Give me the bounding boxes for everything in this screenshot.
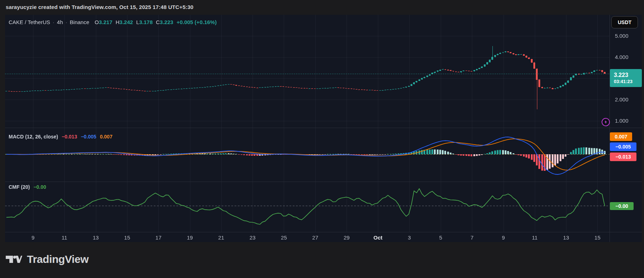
close-value: C3.223	[156, 19, 173, 25]
price-axis[interactable]: 5.0004.0002.0001.000	[610, 15, 642, 232]
last-price-badge: 3.223 03:41:23	[610, 69, 642, 87]
time-axis-label: 13	[563, 234, 569, 241]
tradingview-logo[interactable]: TradingView	[6, 253, 89, 265]
price-axis-label: 2.000	[615, 96, 629, 102]
cmf-indicator-label: CMF (20) −0.00	[9, 184, 46, 190]
macd-signal-value: 0.007	[100, 134, 112, 140]
interval-label: 4h	[57, 19, 63, 25]
macd-histogram-value: −0.013	[62, 134, 77, 140]
watermark-credit: sarayucyzie created with TradingView.com…	[6, 4, 194, 10]
time-axis-label: 25	[281, 234, 287, 241]
macd-axis-badge: 0.007	[610, 132, 632, 141]
symbol-name: CAKE / TetherUS	[9, 19, 50, 25]
time-axis-label: 7	[471, 234, 473, 241]
time-axis-label: 15	[124, 234, 130, 241]
exchange-label: Binance	[70, 19, 89, 25]
time-axis-label: 29	[344, 234, 350, 241]
price-axis-label: 4.000	[615, 54, 629, 60]
time-axis-label: 19	[187, 234, 193, 241]
time-axis[interactable]: 911131517192123252729Oct3579111315	[5, 232, 642, 242]
last-price-value: 3.223	[614, 72, 628, 78]
time-axis-label: 27	[312, 234, 318, 241]
time-axis-label: 13	[93, 234, 99, 241]
bar-countdown-timer: 03:41:23	[614, 79, 633, 84]
price-chart-canvas[interactable]	[5, 15, 642, 242]
high-value: H3.242	[116, 19, 133, 25]
chart-widget: CAKE / TetherUS · 4h · Binance O3.217 H3…	[5, 15, 642, 242]
time-axis-label: 9	[502, 234, 505, 241]
time-axis-label: 11	[62, 234, 68, 241]
time-axis-label: 11	[532, 234, 538, 241]
macd-axis-badge: −0.013	[610, 152, 636, 161]
time-axis-label: 3	[408, 234, 411, 241]
ohlc-values: O3.217 H3.242 L3.178 C3.223 +0.005 (+0.1…	[95, 19, 217, 25]
open-value: O3.217	[95, 19, 112, 25]
low-value: L3.178	[136, 19, 153, 25]
macd-line-value: −0.005	[81, 134, 96, 140]
cmf-value: −0.00	[33, 184, 46, 190]
separator-dot: ·	[65, 19, 67, 25]
time-axis-label: 23	[250, 234, 256, 241]
change-value: +0.005 (+0.16%)	[176, 19, 217, 25]
currency-toggle-button[interactable]: USDT	[611, 16, 638, 28]
time-axis-label: 15	[594, 234, 601, 241]
cmf-title: CMF (20)	[9, 184, 30, 190]
lightning-icon	[603, 119, 609, 125]
macd-axis-badge: −0.005	[610, 142, 636, 151]
time-axis-label: 17	[156, 234, 162, 241]
tradingview-snapshot: sarayucyzie created with TradingView.com…	[0, 0, 644, 278]
tradingview-logo-icon	[6, 254, 22, 265]
time-axis-label: Oct	[374, 234, 383, 241]
separator-dot: ·	[53, 19, 55, 25]
time-axis-label: 21	[218, 234, 224, 241]
price-axis-label: 1.000	[615, 118, 629, 124]
symbol-info: CAKE / TetherUS · 4h · Binance O3.217 H3…	[9, 19, 217, 25]
macd-title: MACD (12, 26, close)	[9, 134, 58, 140]
cmf-axis-badge: −0.00	[610, 202, 634, 210]
macd-indicator-label: MACD (12, 26, close) −0.013 −0.005 0.007	[9, 134, 112, 140]
time-axis-label: 5	[439, 234, 442, 241]
tradingview-brand-text: TradingView	[27, 253, 89, 265]
time-axis-label: 9	[32, 234, 34, 241]
price-axis-label: 5.000	[615, 33, 629, 39]
